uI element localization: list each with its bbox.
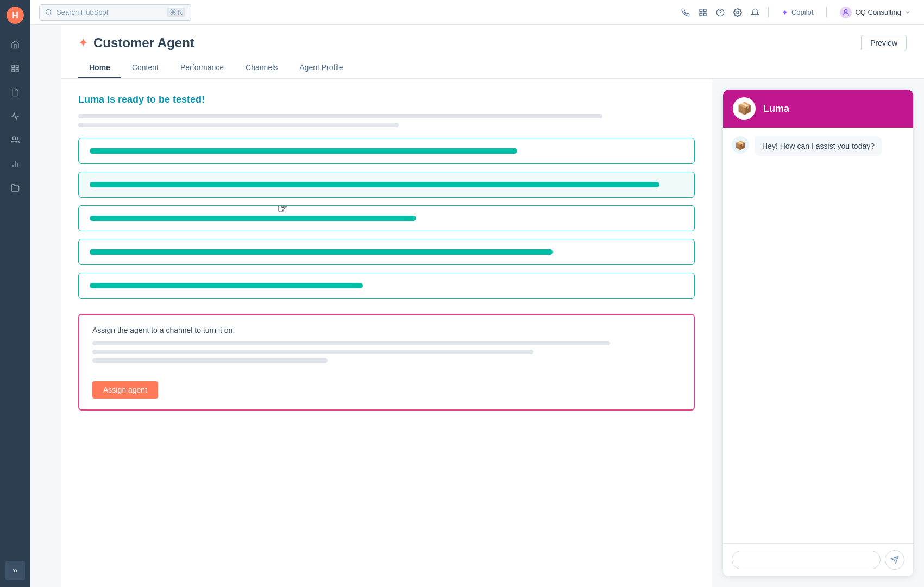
assign-placeholder-1 xyxy=(92,341,610,345)
chat-avatar: 📦 xyxy=(733,97,756,120)
svg-point-6 xyxy=(12,137,15,140)
placeholder-line-2 xyxy=(78,123,399,127)
chat-agent-name: Luma xyxy=(763,103,789,115)
sidebar-item-reports[interactable] xyxy=(5,106,25,126)
chat-body: 📦 Hey! How can I assist you today? xyxy=(723,128,913,543)
sidebar: H xyxy=(0,0,30,587)
svg-rect-2 xyxy=(12,65,15,68)
card-bar-3 xyxy=(90,216,416,221)
sidebar-item-people[interactable] xyxy=(5,130,25,150)
sidebar-item-files[interactable] xyxy=(5,178,25,198)
svg-rect-5 xyxy=(12,69,15,72)
chat-bubble-1: Hey! How can I assist you today? xyxy=(755,136,882,156)
content-area: Luma is ready to be tested! xyxy=(61,79,924,587)
ready-title: Luma is ready to be tested! xyxy=(78,94,695,105)
tab-home[interactable]: Home xyxy=(78,58,121,78)
page-header: ✦ Customer Agent Preview Home Content Pe… xyxy=(61,25,924,79)
spark-icon: ✦ xyxy=(78,36,88,50)
tab-performance[interactable]: Performance xyxy=(169,58,235,78)
sidebar-item-home[interactable] xyxy=(5,35,25,54)
chat-window: 📦 Luma 📦 Hey! How can I assist you today… xyxy=(723,90,913,576)
tabs: Home Content Performance Channels Agent … xyxy=(78,58,907,78)
content-card-4[interactable] xyxy=(78,239,695,265)
content-card-5[interactable] xyxy=(78,273,695,299)
card-bar-4 xyxy=(90,249,553,255)
tab-agent-profile[interactable]: Agent Profile xyxy=(288,58,354,78)
assign-agent-button[interactable]: Assign agent xyxy=(92,381,158,399)
assign-placeholder-3 xyxy=(92,358,328,363)
tab-channels[interactable]: Channels xyxy=(235,58,288,78)
chat-msg-avatar: 📦 xyxy=(732,136,749,154)
chat-panel: 📦 Luma 📦 Hey! How can I assist you today… xyxy=(712,79,924,587)
tab-content[interactable]: Content xyxy=(121,58,169,78)
chat-message-1: 📦 Hey! How can I assist you today? xyxy=(732,136,904,156)
assign-section: Assign the agent to a channel to turn it… xyxy=(78,314,695,411)
card-bar-5 xyxy=(90,283,363,288)
svg-rect-4 xyxy=(16,69,18,72)
page-title-text: Customer Agent xyxy=(93,35,194,51)
sidebar-item-contacts[interactable] xyxy=(5,83,25,102)
svg-rect-3 xyxy=(16,65,18,68)
chat-send-button[interactable] xyxy=(885,550,904,570)
placeholder-line-1 xyxy=(78,114,602,118)
chat-input[interactable] xyxy=(732,551,881,569)
card-bar-1 xyxy=(90,148,517,154)
send-icon xyxy=(890,556,899,564)
svg-text:H: H xyxy=(12,11,18,20)
hubspot-logo[interactable]: H xyxy=(7,7,24,24)
assign-section-text: Assign the agent to a channel to turn it… xyxy=(92,326,681,334)
main-content: Luma is ready to be tested! xyxy=(61,79,712,587)
sidebar-expand-button[interactable] xyxy=(5,561,25,580)
chat-footer xyxy=(723,543,913,576)
content-card-2[interactable] xyxy=(78,172,695,198)
page-title-row: ✦ Customer Agent Preview xyxy=(78,35,907,51)
sidebar-item-dashboard[interactable] xyxy=(5,59,25,78)
sidebar-item-analytics[interactable] xyxy=(5,154,25,174)
assign-placeholders xyxy=(92,341,681,363)
description-placeholder xyxy=(78,114,695,127)
chat-header: 📦 Luma xyxy=(723,90,913,128)
assign-placeholder-2 xyxy=(92,350,533,354)
page-title: ✦ Customer Agent xyxy=(78,35,194,51)
content-card-3[interactable] xyxy=(78,205,695,231)
card-bar-2 xyxy=(90,182,659,187)
content-card-1[interactable] xyxy=(78,138,695,164)
preview-button[interactable]: Preview xyxy=(861,35,907,51)
main-container: Search HubSpot ⌘K ✦ Co xyxy=(61,25,924,587)
